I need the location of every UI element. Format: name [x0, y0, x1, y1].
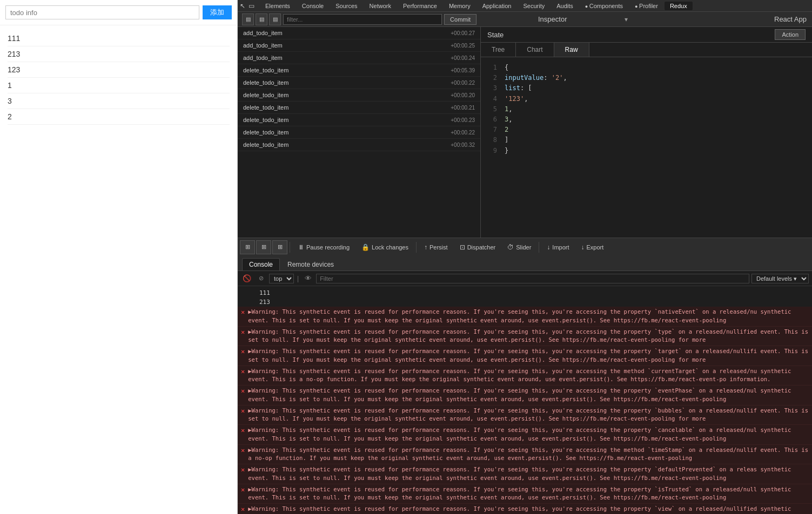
console-error-text: ▶Warning: This synthetic event is reused…: [248, 465, 809, 483]
action-time: +00:00.22: [451, 130, 475, 136]
console-error-row: ✕▶Warning: This synthetic event is reuse…: [238, 484, 812, 504]
separator-1: [290, 242, 290, 253]
line-number: 1: [488, 63, 497, 73]
dt-mobile-icon[interactable]: ▭: [249, 2, 254, 10]
tab-console[interactable]: Console: [297, 2, 329, 10]
export-label: Export: [587, 244, 604, 251]
console-error-text: ▶Warning: This synthetic event is reused…: [248, 328, 809, 345]
error-icon: ✕: [241, 407, 245, 415]
console-error-row: ✕▶Warning: This synthetic event is reuse…: [238, 307, 812, 327]
action-time: +00:00.23: [451, 117, 475, 123]
console-plain-line: 213: [238, 297, 812, 307]
action-row[interactable]: delete_todo_item+00:00.21: [238, 102, 480, 114]
tab-components[interactable]: Components: [580, 2, 628, 10]
dt-cursor-icon[interactable]: ↖: [240, 2, 245, 10]
line-number: 2: [488, 73, 497, 83]
error-icon: ✕: [241, 328, 245, 336]
console-error-row: ✕▶Warning: This synthetic event is reuse…: [238, 464, 812, 484]
action-row[interactable]: add_todo_item+00:00.24: [238, 52, 480, 64]
tab-application[interactable]: Application: [477, 2, 517, 10]
tab-chart[interactable]: Chart: [516, 43, 554, 57]
todo-item: 111: [8, 31, 230, 46]
action-row[interactable]: add_todo_item+00:00.25: [238, 39, 480, 52]
console-levels-select[interactable]: Default levels ▾: [751, 274, 809, 283]
icon-btn-2[interactable]: ▤: [256, 13, 267, 25]
dispatcher-button[interactable]: ⊡ Dispatcher: [454, 242, 501, 253]
pause-recording-button[interactable]: ⏸ Pause recording: [292, 242, 355, 253]
console-error-row: ✕▶Warning: This synthetic event is reuse…: [238, 366, 812, 386]
console-error-text: ▶Warning: This synthetic event is reused…: [248, 407, 809, 424]
error-icon: ✕: [241, 308, 245, 316]
filter-input[interactable]: [283, 14, 442, 25]
line-number: 4: [488, 94, 497, 104]
tab-profiler[interactable]: Profiler: [629, 2, 663, 10]
action-name: delete_todo_item: [243, 129, 288, 136]
slider-button[interactable]: ⏱ Slider: [502, 242, 536, 253]
tab-redux[interactable]: Redux: [665, 2, 693, 10]
tab-elements[interactable]: Elements: [260, 2, 296, 10]
tab-remote-devices[interactable]: Remote devices: [281, 259, 340, 270]
inspector-title: Inspector: [481, 15, 625, 23]
console-plain-line: 111: [238, 288, 812, 297]
line-number: 6: [488, 114, 497, 125]
action-row[interactable]: delete_todo_item+00:00.22: [238, 126, 480, 139]
action-row[interactable]: delete_todo_item+00:05.39: [238, 64, 480, 77]
console-error-row: ✕▶Warning: This synthetic event is reuse…: [238, 327, 812, 347]
todo-app-panel: 添加 111213123132: [0, 0, 238, 514]
console-error-text: ▶Warning: This synthetic event is reused…: [248, 446, 809, 463]
line-content: {: [505, 63, 508, 73]
action-name: delete_todo_item: [243, 104, 288, 111]
import-button[interactable]: ↓ Import: [541, 242, 574, 253]
console-error-text: ▶Warning: This synthetic event is reused…: [248, 367, 809, 384]
code-line: 6 3,: [488, 114, 804, 125]
tab-tree[interactable]: Tree: [481, 43, 516, 57]
icon-btn-1[interactable]: ▤: [242, 13, 254, 25]
tab-memory[interactable]: Memory: [444, 2, 476, 10]
tab-raw[interactable]: Raw: [554, 43, 589, 57]
rbb-icon-1[interactable]: ⊞: [240, 240, 255, 254]
console-clear-btn[interactable]: 🚫: [241, 273, 253, 285]
line-content: 2: [505, 125, 508, 135]
persist-icon: ↑: [424, 244, 427, 251]
inspector-dropdown[interactable]: ▾: [625, 16, 628, 23]
action-row[interactable]: delete_todo_item+00:00.23: [238, 114, 480, 126]
console-error-row: ✕▶Warning: This synthetic event is reuse…: [238, 445, 812, 465]
todo-input[interactable]: [5, 5, 199, 19]
dispatcher-label: Dispatcher: [467, 244, 496, 251]
devtools-top-bar: ▤ ▤ ▤ Commit Inspector ▾ React App: [238, 12, 812, 27]
action-row[interactable]: delete_todo_item+00:00.22: [238, 77, 480, 89]
line-content: 1,: [505, 104, 512, 114]
tab-audits[interactable]: Audits: [551, 2, 579, 10]
line-number: 5: [488, 104, 497, 114]
action-row[interactable]: delete_todo_item+00:00.20: [238, 89, 480, 102]
commit-button[interactable]: Commit: [444, 14, 477, 25]
action-time: +00:00.22: [451, 80, 475, 86]
persist-button[interactable]: ↑ Persist: [419, 242, 453, 253]
console-eye-btn[interactable]: 👁: [302, 273, 314, 285]
import-icon: ↓: [547, 244, 550, 251]
icon-btn-3[interactable]: ▤: [269, 13, 281, 25]
tab-security[interactable]: Security: [518, 2, 550, 10]
tab-network[interactable]: Network: [364, 2, 397, 10]
todo-item: 1: [8, 78, 230, 93]
lock-changes-button[interactable]: 🔒 Lock changes: [356, 242, 414, 253]
console-area: Console Remote devices 🚫 ⊘ top | 👁 Defau…: [238, 256, 812, 514]
rbb-icon-3[interactable]: ⊞: [272, 240, 287, 254]
action-row[interactable]: delete_todo_item+00:00.32: [238, 139, 480, 151]
console-filter-input[interactable]: [316, 274, 749, 283]
console-no-entry-btn[interactable]: ⊘: [255, 273, 267, 285]
tab-sources[interactable]: Sources: [330, 2, 363, 10]
rbb-icon-2[interactable]: ⊞: [256, 240, 271, 254]
tab-performance[interactable]: Performance: [398, 2, 442, 10]
tab-console-bottom[interactable]: Console: [242, 258, 280, 270]
action-label-button[interactable]: Action: [775, 29, 806, 40]
todo-add-button[interactable]: 添加: [203, 5, 232, 19]
export-button[interactable]: ↓ Export: [576, 242, 609, 253]
action-row[interactable]: add_todo_item+00:00.27: [238, 27, 480, 39]
error-icon: ✕: [241, 447, 245, 454]
line-number: 7: [488, 125, 497, 135]
redux-bottom-bar: ⊞ ⊞ ⊞ ⏸ Pause recording 🔒 Lock changes ↑…: [238, 238, 812, 256]
pause-icon: ⏸: [298, 244, 304, 251]
console-error-row: ✕▶Warning: This synthetic event is reuse…: [238, 346, 812, 366]
console-context-select[interactable]: top: [269, 274, 294, 283]
